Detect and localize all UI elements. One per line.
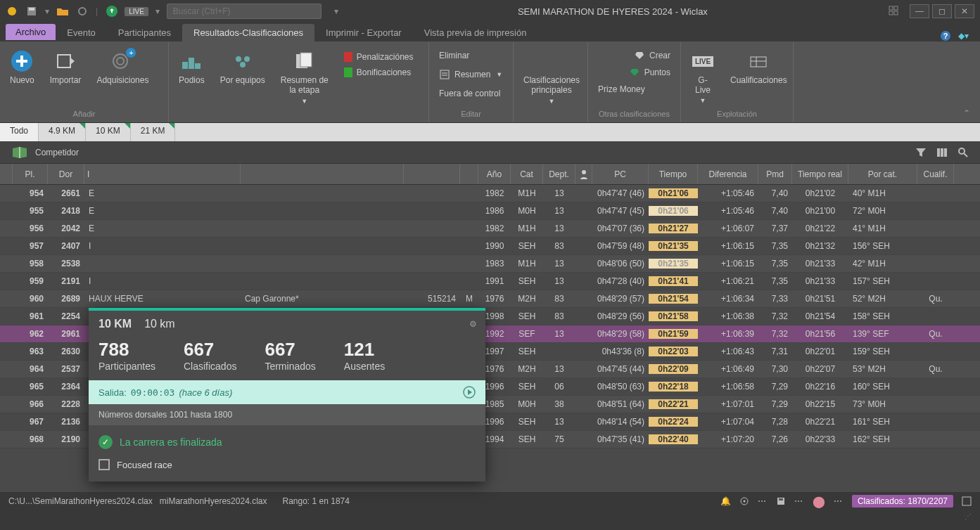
col-nm[interactable]: I [84,164,241,184]
col-ano[interactable]: Año [478,164,511,184]
ribbon-prize[interactable]: Prize Money [595,83,673,96]
svg-rect-15 [182,62,188,69]
col-cat[interactable]: Cat [511,164,543,184]
col-cual[interactable]: Cualif. [917,164,954,184]
table-row[interactable]: 95825381983M1H130h48'06 (50)0h21'35+1:06… [0,255,980,273]
dropdown-collapse-icon[interactable]: ▾ [334,6,338,16]
svg-point-13 [113,54,127,68]
race-finished-text: La carrera es finalizada [120,437,222,448]
resize-grip-icon[interactable]: ⋰ [965,512,972,520]
menu-print[interactable]: Imprimir - Exportar [314,24,413,41]
ribbon-resumen-etapa[interactable]: Resumen de la etapa ▼ [278,48,331,106]
menu-file[interactable]: Archivo [6,24,56,40]
ribbon-puntos[interactable]: Puntos [595,66,673,79]
cloud-sync-icon[interactable] [105,5,117,18]
tab-10km[interactable]: 10 KM [86,123,131,141]
cell-cat: SEH [511,434,543,444]
table-row[interactable]: 9572407I1990SEH830h47'59 (48)0h21'35+1:0… [0,238,980,255]
col-club[interactable] [241,164,404,184]
cell-porcat: 139° SEF [848,329,917,339]
open-folder-icon[interactable] [56,5,69,18]
checkbox[interactable] [98,459,110,470]
ribbon-nuevo[interactable]: Nuevo [7,48,37,86]
table-row[interactable]: 9562042E1982M1H130h47'07 (36)0h21'27+1:0… [0,220,980,238]
pink-dot-icon[interactable]: ⬤ [813,495,825,508]
competitors-bar: Competidor [0,141,980,164]
col-person-icon[interactable] [575,164,592,184]
title-bar: ▾ | LIVE ▾ ▾ SEMI MARATHON DE HYERES 202… [0,0,980,22]
menu-preview[interactable]: Vista previa de impresión [413,24,538,41]
table-row[interactable]: 9592191I1991SEH130h47'28 (40)0h21'41+1:0… [0,273,980,290]
cell-dept: 83 [543,311,575,321]
cell-pc: 0h43'36 (8) [592,347,649,356]
ribbon-penalizaciones[interactable]: Penalizaciónes [341,51,416,63]
ribbon-importar[interactable]: Importar [47,48,84,86]
tab-21km[interactable]: 21 KM [131,123,176,141]
col-pl[interactable]: Pl. [13,164,48,184]
col-dif[interactable]: Diferencia [698,164,758,184]
ribbon-eliminar[interactable]: Eliminar [436,49,505,62]
tab-todo[interactable]: Todo [0,123,39,141]
table-row[interactable]: 9542661E1982M1H130h47'47 (46)0h21'06+1:0… [0,185,980,202]
col-lic[interactable] [404,164,460,184]
ribbon-podios[interactable]: Podios [176,48,208,86]
ribbon-resumen[interactable]: Resumen▼ [436,67,505,82]
dropdown-arrow-icon[interactable]: ▾ [45,6,49,16]
col-pmd[interactable]: Pmd [758,164,792,184]
menu-participants[interactable]: Participantes [107,24,182,41]
col-pc[interactable]: PC [592,164,649,184]
columns-icon[interactable] [936,148,948,157]
bell-icon[interactable]: 🔔 [720,496,731,506]
col-tiempo[interactable]: Tiempo [649,164,698,184]
ribbon-label: Resumen de la etapa [281,75,329,96]
col-tr[interactable]: Tiempo real [792,164,848,184]
table-row[interactable]: 9552418E1986M0H130h47'47 (45)0h21'06+1:0… [0,202,980,220]
dropdown-arrow-icon[interactable]: ▾ [155,6,160,16]
cell-dept: 83 [543,241,575,251]
menu-event[interactable]: Evento [56,24,106,41]
filter-icon[interactable] [915,148,927,157]
help-icon[interactable]: ? [940,30,951,41]
live-badge[interactable]: LIVE [125,7,148,16]
col-sx[interactable] [460,164,478,184]
ribbon-adquisiciones[interactable]: + Adquisiciones [94,48,151,86]
menu-results[interactable]: Resultados-Clasificaciones [182,24,314,41]
refresh-icon[interactable] [76,5,89,18]
close-button[interactable]: ✕ [955,4,974,18]
dots-icon[interactable]: ⋯ [758,496,768,506]
cell-pl: 955 [13,206,48,216]
ribbon-bonificaciones[interactable]: Bonificaciones [341,66,416,79]
play-icon[interactable] [463,386,476,399]
ribbon-crear[interactable]: Crear [595,49,673,62]
ribbon-cualificaciones[interactable]: Cualificaciones [727,48,790,86]
search-page-icon[interactable] [957,147,969,158]
expand-icon[interactable] [962,496,972,506]
cell-pmd: 7,29 [758,399,792,409]
dots-icon[interactable]: ⋯ [834,496,844,506]
ribbon-glive[interactable]: LIVE G-Live ▼ [688,48,718,105]
start-time-row[interactable]: Salida: 09:00:03 (hace 6 días) [89,380,485,404]
focused-race-row[interactable]: Focused race [89,459,485,481]
minimize-button[interactable]: — [910,4,929,18]
ribbon-fuera[interactable]: Fuera de control [436,87,505,100]
ribbon-collapse[interactable]: ⌃ [963,42,980,122]
dots-icon[interactable]: ⋯ [794,496,804,506]
diamond-icon[interactable]: ◆▾ [958,31,969,41]
table-row[interactable]: 9602689HAUX HERVECap Garonne*515214M1976… [0,290,980,308]
col-porcat[interactable]: Por cat. [848,164,917,184]
ribbon-clasificaciones[interactable]: Clasificaciones principales ▼ [521,48,583,106]
window-grid-icon[interactable] [887,4,900,17]
maximize-button[interactable]: ◻ [932,4,952,18]
cell-name: I [84,276,241,286]
search-input[interactable] [167,4,322,19]
save-icon[interactable] [25,5,38,18]
target-icon[interactable] [739,496,749,506]
col-dor[interactable]: Dor [48,164,84,184]
cell-porcat: 72° M0H [848,206,917,216]
tab-49km[interactable]: 4.9 KM [39,123,86,141]
book-icon[interactable] [11,146,30,160]
ribbon-porequipos[interactable]: Por equipos [217,48,268,86]
col-dept[interactable]: Dept. [543,164,575,184]
gear-icon[interactable]: ⚙ [469,319,477,329]
save-status-icon[interactable] [776,496,786,506]
